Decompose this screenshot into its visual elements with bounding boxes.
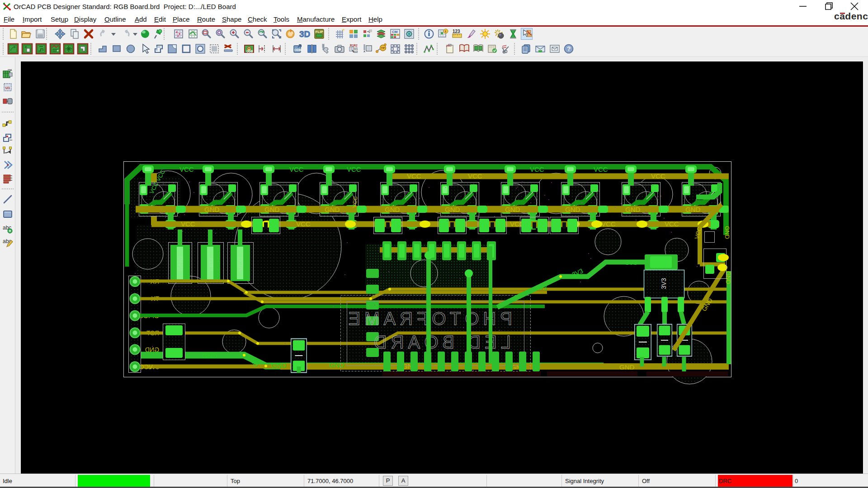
- svg-text:LED: LED: [207, 258, 214, 271]
- svg-text:i: i: [445, 30, 446, 33]
- svg-text:VCC: VCC: [296, 220, 311, 228]
- svg-text:U1: U1: [5, 86, 10, 90]
- svg-text:GND: GND: [445, 206, 460, 213]
- svg-text:3D: 3D: [299, 29, 310, 39]
- svg-text:ODB: ODB: [246, 50, 253, 53]
- svg-text:VCC: VCC: [289, 165, 304, 173]
- svg-text:GND: GND: [505, 206, 520, 213]
- svg-text:VCC: VCC: [347, 165, 361, 173]
- svg-text:VCC: VCC: [179, 165, 194, 173]
- svg-text:3V3: 3V3: [625, 258, 637, 266]
- svg-text:VCC: VCC: [351, 196, 359, 208]
- svg-text:GND: GND: [271, 361, 287, 369]
- svg-text:VCC: VCC: [601, 220, 616, 228]
- svg-text:U2: U2: [354, 50, 358, 53]
- svg-text:U1: U1: [354, 47, 358, 50]
- svg-text:VCC: VCC: [468, 172, 482, 180]
- svg-text:VCC: VCC: [651, 172, 665, 180]
- svg-text:GND: GND: [325, 206, 340, 213]
- svg-text:TP: TP: [381, 47, 385, 50]
- svg-text:VCC: VCC: [139, 363, 153, 371]
- svg-text:GND: GND: [625, 206, 641, 213]
- svg-text:123: 123: [453, 29, 460, 34]
- svg-text:ODB: ODB: [294, 48, 302, 52]
- svg-text:R1R2: R1R2: [350, 44, 358, 47]
- svg-text:?: ?: [567, 45, 571, 52]
- svg-text:3V3: 3V3: [660, 278, 667, 289]
- svg-text:GND: GND: [204, 206, 220, 213]
- svg-text:GND: GND: [176, 256, 184, 272]
- svg-text:GND: GND: [565, 206, 580, 213]
- svg-text:VCC: VCC: [530, 165, 544, 173]
- svg-text:GND: GND: [724, 226, 731, 239]
- svg-text:VCC: VCC: [181, 220, 195, 228]
- svg-text:VCC: VCC: [236, 257, 244, 271]
- svg-text:GND: GND: [202, 352, 217, 360]
- svg-text:FLIP: FLIP: [316, 30, 324, 34]
- svg-text:VCC: VCC: [665, 220, 679, 228]
- svg-text:GND: GND: [725, 271, 731, 284]
- svg-text:3V3: 3V3: [536, 284, 547, 291]
- svg-text:GND: GND: [685, 206, 701, 213]
- svg-text:GND: GND: [264, 206, 280, 213]
- svg-text:VCC: VCC: [407, 172, 421, 180]
- svg-text:VCC: VCC: [594, 165, 608, 173]
- svg-text:GND: GND: [619, 363, 635, 371]
- svg-text:CM: CM: [392, 30, 398, 34]
- svg-text:GND: GND: [329, 361, 344, 369]
- svg-text:GND: GND: [385, 206, 400, 213]
